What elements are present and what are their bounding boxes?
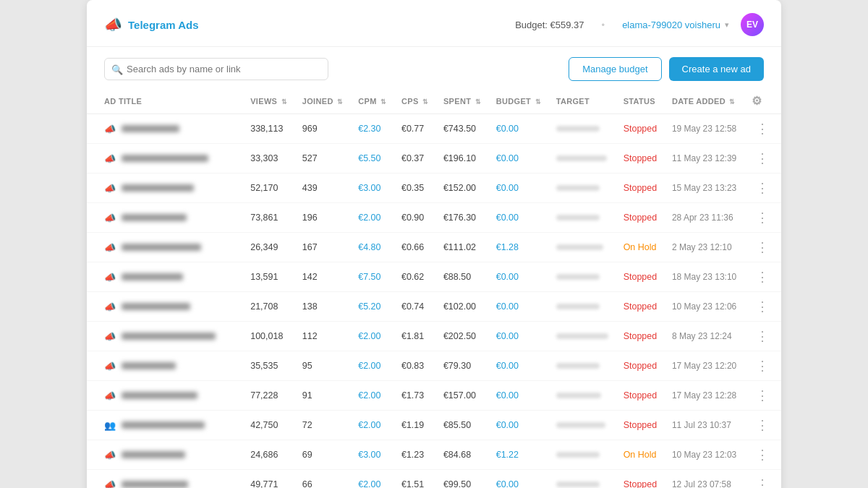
col-budget[interactable]: BUDGET ⇅ — [489, 88, 549, 114]
row-actions-button[interactable]: ⋮ — [752, 445, 773, 464]
toolbar: 🔍 Manage budget Create a new ad — [87, 47, 781, 88]
table-row: 📣 77,228 91 €2.00 €1.73 €157.00 €0.00 St… — [87, 381, 781, 411]
cps-cell: €1.73 — [394, 381, 436, 411]
table-row: 📣 13,591 142 €7.50 €0.62 €88.50 €0.00 St… — [87, 262, 781, 292]
row-actions-button[interactable]: ⋮ — [752, 238, 773, 257]
ad-title-blurred — [122, 481, 188, 488]
budget-display: Budget: €559.37 — [515, 20, 584, 30]
ad-title-blurred — [122, 392, 197, 399]
row-actions-button[interactable]: ⋮ — [752, 327, 773, 346]
ad-type-icon: 📣 — [104, 183, 116, 194]
spent-cell: €84.68 — [436, 440, 489, 470]
budget-cell: €0.00 — [489, 322, 549, 351]
col-target: TARGET — [549, 88, 616, 114]
spent-cell: €152.00 — [436, 174, 489, 203]
ad-type-icon: 📣 — [104, 479, 116, 489]
row-actions-button[interactable]: ⋮ — [752, 267, 773, 286]
ad-title-blurred — [122, 421, 205, 429]
ad-title-cell: 📣 — [87, 203, 243, 233]
manage-budget-button[interactable]: Manage budget — [569, 57, 661, 81]
joined-cell: 167 — [295, 233, 351, 262]
status-cell: Stopped — [616, 470, 665, 489]
create-ad-button[interactable]: Create a new ad — [669, 57, 764, 81]
ad-type-icon: 📣 — [104, 272, 116, 283]
row-actions-button[interactable]: ⋮ — [752, 475, 773, 488]
col-date-added[interactable]: DATE ADDED ⇅ — [665, 88, 745, 114]
table-row: 👥 42,750 72 €2.00 €1.19 €85.50 €0.00 Sto… — [87, 411, 781, 440]
ad-title-blurred — [122, 451, 185, 458]
cpm-cell: €3.00 — [351, 174, 394, 203]
actions-cell: ⋮ — [744, 292, 781, 322]
ad-title-cell: 📣 — [87, 322, 243, 351]
views-cell: 26,349 — [243, 233, 295, 262]
row-actions-button[interactable]: ⋮ — [752, 386, 773, 405]
gear-icon[interactable]: ⚙ — [752, 95, 762, 107]
chevron-down-icon: ▾ — [725, 20, 729, 30]
date-cell: 12 Jul 23 07:58 — [665, 470, 745, 489]
budget-cell: €0.00 — [489, 203, 549, 233]
actions-cell: ⋮ — [744, 322, 781, 351]
user-menu[interactable]: elama-799020 voisheru ▾ — [622, 20, 729, 30]
joined-cell: 95 — [295, 351, 351, 381]
budget-cell: €0.00 — [489, 411, 549, 440]
ad-type-icon: 📣 — [104, 331, 116, 342]
row-actions-button[interactable]: ⋮ — [752, 119, 773, 138]
col-spent[interactable]: SPENT ⇅ — [436, 88, 489, 114]
actions-cell: ⋮ — [744, 381, 781, 411]
spent-cell: €79.30 — [436, 351, 489, 381]
col-ad-title: AD TITLE — [87, 88, 243, 114]
budget-cell: €0.00 — [489, 174, 549, 203]
col-cpm[interactable]: CPM ⇅ — [351, 88, 394, 114]
cps-cell: €0.74 — [394, 292, 436, 322]
ad-type-icon: 📣 — [104, 124, 116, 134]
spent-cell: €85.50 — [436, 411, 489, 440]
ad-title-cell: 📣 — [87, 174, 243, 203]
joined-cell: 142 — [295, 262, 351, 292]
views-cell: 24,686 — [243, 440, 295, 470]
spent-cell: €157.00 — [436, 381, 489, 411]
header-right: Budget: €559.37 • elama-799020 voisheru … — [515, 13, 764, 36]
joined-cell: 439 — [295, 174, 351, 203]
budget-cell: €0.00 — [489, 381, 549, 411]
search-input[interactable] — [104, 58, 328, 80]
cps-cell: €0.35 — [394, 174, 436, 203]
views-cell: 49,771 — [243, 470, 295, 489]
views-cell: 42,750 — [243, 411, 295, 440]
row-actions-button[interactable]: ⋮ — [752, 297, 773, 316]
row-actions-button[interactable]: ⋮ — [752, 179, 773, 197]
actions-cell: ⋮ — [744, 144, 781, 174]
actions-cell: ⋮ — [744, 233, 781, 262]
avatar[interactable]: EV — [741, 13, 764, 36]
cpm-cell: €2.00 — [351, 411, 394, 440]
spent-cell: €88.50 — [436, 262, 489, 292]
cpm-cell: €2.00 — [351, 470, 394, 489]
row-actions-button[interactable]: ⋮ — [752, 356, 773, 375]
cps-cell: €1.81 — [394, 322, 436, 351]
views-cell: 100,018 — [243, 322, 295, 351]
actions-cell: ⋮ — [744, 470, 781, 489]
date-cell: 11 May 23 12:39 — [665, 144, 745, 174]
ad-type-icon: 📣 — [104, 153, 116, 164]
status-cell: Stopped — [616, 411, 665, 440]
date-cell: 10 May 23 12:03 — [665, 440, 745, 470]
col-cps[interactable]: CPS ⇅ — [394, 88, 436, 114]
spent-cell: €176.30 — [436, 203, 489, 233]
row-actions-button[interactable]: ⋮ — [752, 416, 773, 435]
budget-cell: €0.00 — [489, 292, 549, 322]
target-cell — [549, 381, 616, 411]
cps-cell: €0.83 — [394, 351, 436, 381]
ad-type-icon: 📣 — [104, 361, 116, 372]
ad-title-blurred — [122, 155, 208, 162]
col-views[interactable]: VIEWS ⇅ — [243, 88, 295, 114]
col-joined[interactable]: JOINED ⇅ — [295, 88, 351, 114]
status-cell: Stopped — [616, 351, 665, 381]
search-wrap: 🔍 — [104, 58, 328, 80]
ad-title-blurred — [122, 333, 216, 340]
row-actions-button[interactable]: ⋮ — [752, 208, 773, 227]
ad-title-cell: 📣 — [87, 144, 243, 174]
ad-title-blurred — [122, 184, 194, 192]
row-actions-button[interactable]: ⋮ — [752, 149, 773, 168]
budget-cell: €1.22 — [489, 440, 549, 470]
date-cell: 15 May 23 13:23 — [665, 174, 745, 203]
joined-cell: 196 — [295, 203, 351, 233]
